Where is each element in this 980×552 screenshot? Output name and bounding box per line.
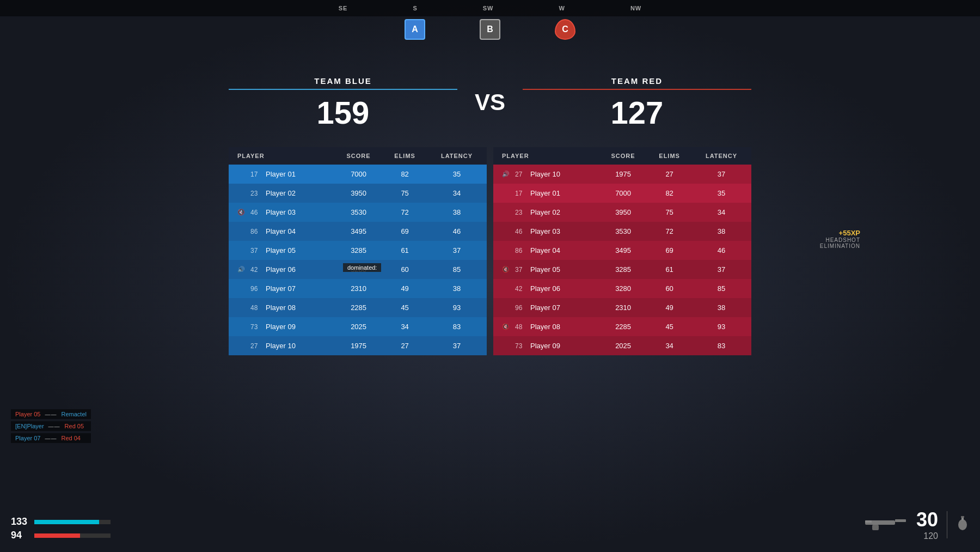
blue-table-row: 86 Player 04 3495 69 46: [229, 222, 487, 241]
blue-player-latency-8: 83: [427, 317, 487, 336]
svg-rect-6: [961, 516, 964, 518]
red-player-score-9: 2025: [599, 336, 647, 355]
compass-se: SE: [339, 5, 348, 11]
red-player-name-2: Player 02: [530, 208, 560, 216]
team-blue-divider: [229, 89, 457, 90]
kill-item-3: Player 07 —— Red 04: [11, 433, 91, 443]
blue-player-name-2: Player 03: [266, 208, 296, 216]
red-player-latency-8: 93: [691, 317, 751, 336]
blue-player-num-2: 46: [250, 209, 261, 216]
red-player-cell-6: 42 Player 06: [493, 279, 599, 298]
compass-s: S: [413, 5, 417, 11]
victim-name-3: Red 04: [61, 435, 80, 441]
red-team-table: PLAYER SCORE ELIMS LATENCY 🔊 27 Player 1…: [493, 147, 751, 355]
blue-player-name-7: Player 08: [266, 304, 296, 312]
blue-player-num-7: 48: [250, 304, 261, 312]
red-player-cell-7: 96 Player 07: [493, 298, 599, 317]
red-table-row: 🔊 27 Player 10 1975 27 37: [493, 165, 751, 184]
red-player-name-0: Player 10: [530, 170, 560, 178]
blue-player-latency-5: 85: [427, 260, 487, 279]
blue-player-score-9: 1975: [334, 336, 383, 355]
red-player-latency-1: 35: [691, 184, 751, 203]
blue-player-num-1: 23: [250, 190, 261, 197]
compass-nw: NW: [630, 5, 641, 11]
red-table-row: 86 Player 04 3495 69 46: [493, 241, 751, 260]
blue-player-name-9: Player 10: [266, 342, 296, 350]
red-player-elims-4: 69: [647, 241, 691, 260]
blue-player-latency-3: 46: [427, 222, 487, 241]
scoreboard-container: TEAM BLUE 159 VS TEAM RED 127 PLAYER SCO…: [229, 76, 751, 355]
compass-bar: SE S SW W NW: [0, 0, 980, 16]
red-col-player: PLAYER: [493, 147, 599, 165]
blue-table-row: 73 Player 09 2025 34 83: [229, 317, 487, 336]
blue-player-elims-8: 34: [383, 317, 427, 336]
eliminated-overlay: dominated:: [343, 263, 381, 272]
red-player-elims-0: 27: [647, 165, 691, 184]
blue-player-num-0: 17: [250, 171, 261, 178]
red-player-cell-2: 23 Player 02: [493, 203, 599, 222]
red-col-score: SCORE: [599, 147, 647, 165]
team-red-score: 127: [523, 94, 751, 131]
armor-bar-bg: [34, 533, 111, 538]
blue-player-elims-0: 82: [383, 165, 427, 184]
vs-label: VS: [457, 89, 523, 118]
kill-gun-1: ——: [45, 411, 57, 417]
red-player-elims-2: 75: [647, 203, 691, 222]
svg-rect-3: [865, 520, 872, 523]
blue-player-name-3: Player 04: [266, 227, 296, 235]
blue-player-score-8: 2025: [334, 317, 383, 336]
blue-player-latency-0: 35: [427, 165, 487, 184]
blue-col-score: SCORE: [334, 147, 383, 165]
blue-player-cell-7: 48 Player 08: [229, 298, 334, 317]
red-col-elims: ELIMS: [647, 147, 691, 165]
svg-point-4: [958, 519, 967, 530]
killer-name-1: Player 05: [15, 411, 40, 417]
red-player-score-0: 1975: [599, 165, 647, 184]
blue-col-player: PLAYER: [229, 147, 334, 165]
blue-player-score-7: 2285: [334, 298, 383, 317]
blue-player-score-2: 3530: [334, 203, 383, 222]
red-player-score-6: 3280: [599, 279, 647, 298]
red-player-cell-1: 17 Player 01: [493, 184, 599, 203]
red-player-score-7: 2310: [599, 298, 647, 317]
red-player-elims-1: 82: [647, 184, 691, 203]
blue-player-elims-3: 69: [383, 222, 427, 241]
red-player-num-8: 48: [515, 323, 526, 331]
blue-player-num-9: 27: [250, 342, 261, 350]
compass-w: W: [559, 5, 565, 11]
red-player-latency-5: 37: [691, 260, 751, 279]
speaker-active-icon: 🔊: [502, 171, 511, 178]
victim-name-2: Red 05: [65, 423, 84, 429]
killer-name-2: [EN]Player: [15, 423, 44, 429]
blue-player-elims-7: 45: [383, 298, 427, 317]
svg-rect-1: [895, 519, 906, 522]
red-player-name-7: Player 07: [530, 304, 560, 312]
red-player-latency-2: 34: [691, 203, 751, 222]
speaker-muted-icon: 🔇: [502, 323, 511, 330]
blue-player-elims-9: 27: [383, 336, 427, 355]
weapon-icon: [864, 515, 908, 535]
red-table-row: 23 Player 02 3950 75 34: [493, 203, 751, 222]
health-bar-bg: [34, 520, 111, 524]
blue-player-latency-9: 37: [427, 336, 487, 355]
red-player-elims-3: 72: [647, 222, 691, 241]
red-player-score-1: 7000: [599, 184, 647, 203]
red-player-name-5: Player 05: [530, 265, 560, 274]
blue-player-score-1: 3950: [334, 184, 383, 203]
blue-player-name-6: Player 07: [266, 284, 296, 293]
red-player-num-3: 46: [515, 228, 526, 235]
health-bar-container: 133 94: [11, 516, 111, 541]
blue-player-latency-6: 38: [427, 279, 487, 298]
killer-name-3: Player 07: [15, 435, 40, 441]
red-table-row: 96 Player 07 2310 49 38: [493, 298, 751, 317]
blue-player-cell-2: 🔇 46 Player 03: [229, 203, 334, 222]
red-player-latency-3: 38: [691, 222, 751, 241]
speaker-active-icon: 🔊: [237, 266, 246, 273]
team-red-header: TEAM RED 127: [523, 76, 751, 131]
blue-player-elims-6: 49: [383, 279, 427, 298]
blue-player-latency-1: 34: [427, 184, 487, 203]
blue-player-cell-3: 86 Player 04: [229, 222, 334, 241]
red-player-elims-5: 61: [647, 260, 691, 279]
red-player-score-4: 3495: [599, 241, 647, 260]
red-player-score-2: 3950: [599, 203, 647, 222]
